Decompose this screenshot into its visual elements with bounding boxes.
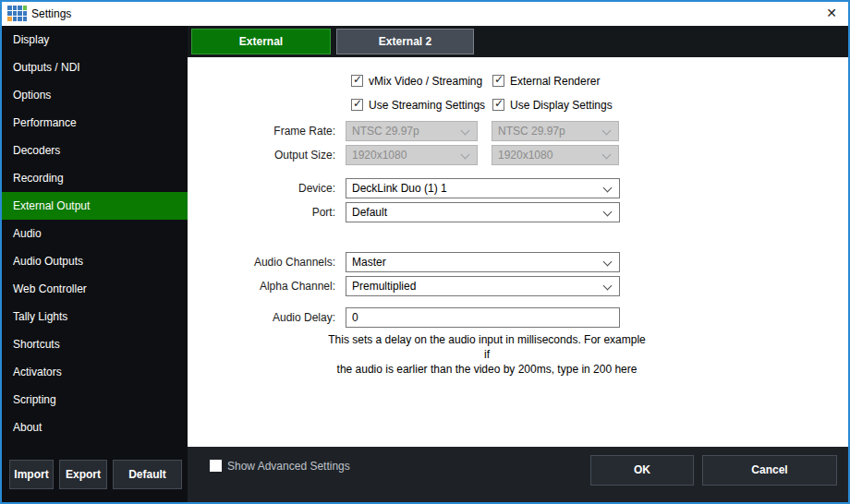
title-bar: Settings ✕ — [2, 2, 848, 26]
frame-rate-select-1: NTSC 29.97p — [346, 121, 478, 141]
checkbox-icon[interactable] — [492, 99, 504, 111]
export-button[interactable]: Export — [59, 460, 107, 489]
chevron-down-icon — [461, 126, 470, 136]
audio-delay-input[interactable] — [346, 307, 620, 328]
tab-external-2[interactable]: External 2 — [336, 29, 474, 54]
audio-channels-label: Audio Channels: — [197, 256, 335, 269]
sidebar-item-audio-outputs[interactable]: Audio Outputs — [2, 247, 188, 275]
sidebar: Display Outputs / NDI Options Performanc… — [2, 26, 188, 502]
sidebar-item-scripting[interactable]: Scripting — [2, 386, 188, 414]
sidebar-item-display[interactable]: Display — [2, 26, 188, 54]
checkbox-label: Use Display Settings — [510, 99, 613, 112]
chevron-down-icon — [602, 150, 612, 160]
sidebar-item-outputs-ndi[interactable]: Outputs / NDI — [2, 54, 188, 81]
sidebar-item-shortcuts[interactable]: Shortcuts — [2, 330, 188, 358]
audio-delay-label: Audio Delay: — [197, 311, 335, 324]
checkbox-icon[interactable] — [492, 75, 504, 87]
sidebar-item-about[interactable]: About — [2, 414, 188, 441]
vmix-logo-icon — [7, 6, 27, 21]
port-label: Port: — [197, 206, 335, 219]
chevron-down-icon — [461, 150, 470, 160]
chevron-down-icon — [603, 208, 613, 217]
chevron-down-icon — [603, 184, 613, 193]
sidebar-item-decoders[interactable]: Decoders — [2, 137, 188, 164]
chevron-down-icon — [603, 258, 613, 267]
output-size-label: Output Size: — [197, 149, 335, 162]
audio-delay-help-text: This sets a delay on the audio input in … — [326, 332, 648, 377]
ok-button[interactable]: OK — [590, 455, 694, 486]
checkbox-icon[interactable] — [351, 75, 363, 87]
audio-channels-select[interactable]: Master — [346, 252, 620, 272]
sidebar-item-activators[interactable]: Activators — [2, 358, 188, 386]
checkbox-icon[interactable] — [210, 460, 222, 472]
frame-rate-label: Frame Rate: — [197, 125, 335, 138]
window-title: Settings — [31, 7, 71, 20]
use-display-settings-checkbox[interactable]: Use Display Settings — [492, 99, 613, 114]
sidebar-item-audio[interactable]: Audio — [2, 220, 188, 247]
use-streaming-settings-checkbox[interactable]: Use Streaming Settings — [351, 99, 485, 114]
checkbox-label: External Renderer — [510, 75, 600, 88]
tab-external[interactable]: External — [191, 29, 331, 54]
sidebar-item-web-controller[interactable]: Web Controller — [2, 275, 188, 303]
tab-bar: External External 2 — [188, 26, 848, 57]
close-icon[interactable]: ✕ — [826, 6, 837, 20]
checkbox-label: vMix Video / Streaming — [369, 75, 482, 88]
output-size-select-1: 1920x1080 — [346, 145, 478, 165]
chevron-down-icon — [602, 126, 612, 136]
external-renderer-checkbox[interactable]: External Renderer — [492, 75, 600, 90]
output-size-select-2: 1920x1080 — [492, 145, 619, 165]
port-select[interactable]: Default — [346, 202, 620, 222]
checkbox-icon[interactable] — [351, 99, 363, 111]
vmix-video-streaming-checkbox[interactable]: vMix Video / Streaming — [351, 75, 482, 90]
sidebar-item-external-output[interactable]: External Output — [2, 192, 188, 220]
checkbox-label: Show Advanced Settings — [227, 460, 350, 473]
sidebar-item-performance[interactable]: Performance — [2, 109, 188, 137]
settings-window: Settings ✕ Display Outputs / NDI Options… — [0, 0, 850, 504]
chevron-down-icon — [603, 282, 613, 291]
show-advanced-settings-checkbox[interactable]: Show Advanced Settings — [210, 460, 350, 474]
sidebar-item-tally-lights[interactable]: Tally Lights — [2, 303, 188, 330]
sidebar-item-options[interactable]: Options — [2, 81, 188, 109]
checkbox-label: Use Streaming Settings — [369, 99, 485, 112]
import-button[interactable]: Import — [9, 460, 54, 489]
external-output-panel: vMix Video / Streaming External Renderer… — [188, 57, 848, 447]
device-select[interactable]: DeckLink Duo (1) 1 — [346, 178, 620, 198]
alpha-channel-select[interactable]: Premultiplied — [346, 276, 620, 296]
sidebar-item-recording[interactable]: Recording — [2, 164, 188, 192]
frame-rate-select-2: NTSC 29.97p — [492, 121, 619, 141]
alpha-channel-label: Alpha Channel: — [197, 280, 335, 293]
default-button[interactable]: Default — [113, 460, 182, 489]
device-label: Device: — [197, 182, 335, 195]
footer-bar: Show Advanced Settings OK Cancel — [188, 447, 848, 502]
cancel-button[interactable]: Cancel — [702, 455, 837, 486]
